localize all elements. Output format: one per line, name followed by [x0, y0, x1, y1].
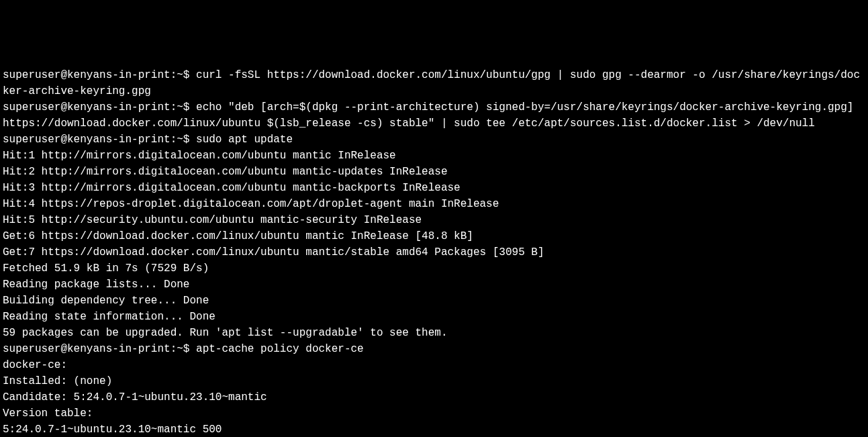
terminal-output[interactable]: superuser@kenyans-in-print:~$ curl -fsSL…: [3, 67, 865, 437]
terminal-line: Fetched 51.9 kB in 7s (7529 B/s): [3, 260, 865, 277]
terminal-line: Reading state information... Done: [3, 309, 865, 325]
terminal-line: superuser@kenyans-in-print:~$ apt-cache …: [3, 341, 865, 357]
terminal-line: Hit:1 http://mirrors.digitalocean.com/ub…: [3, 148, 865, 164]
terminal-line: Hit:4 https://repos-droplet.digitalocean…: [3, 196, 865, 212]
terminal-line: Candidate: 5:24.0.7-1~ubuntu.23.10~manti…: [3, 389, 865, 405]
terminal-line: superuser@kenyans-in-print:~$ curl -fsSL…: [3, 67, 865, 99]
terminal-line: Get:7 https://download.docker.com/linux/…: [3, 244, 865, 260]
terminal-line: Hit:2 http://mirrors.digitalocean.com/ub…: [3, 164, 865, 180]
terminal-line: Version table:: [3, 405, 865, 422]
terminal-line: Building dependency tree... Done: [3, 293, 865, 309]
terminal-line: Hit:5 http://security.ubuntu.com/ubuntu …: [3, 212, 865, 228]
terminal-line: 59 packages can be upgraded. Run 'apt li…: [3, 325, 865, 341]
terminal-line: 5:24.0.7-1~ubuntu.23.10~mantic 500: [3, 422, 865, 437]
terminal-line: Installed: (none): [3, 373, 865, 389]
terminal-line: Reading package lists... Done: [3, 277, 865, 293]
terminal-line: superuser@kenyans-in-print:~$ echo "deb …: [3, 99, 865, 132]
terminal-line: docker-ce:: [3, 357, 865, 373]
terminal-line: superuser@kenyans-in-print:~$ sudo apt u…: [3, 132, 865, 148]
terminal-line: Get:6 https://download.docker.com/linux/…: [3, 228, 865, 244]
terminal-line: Hit:3 http://mirrors.digitalocean.com/ub…: [3, 180, 865, 196]
